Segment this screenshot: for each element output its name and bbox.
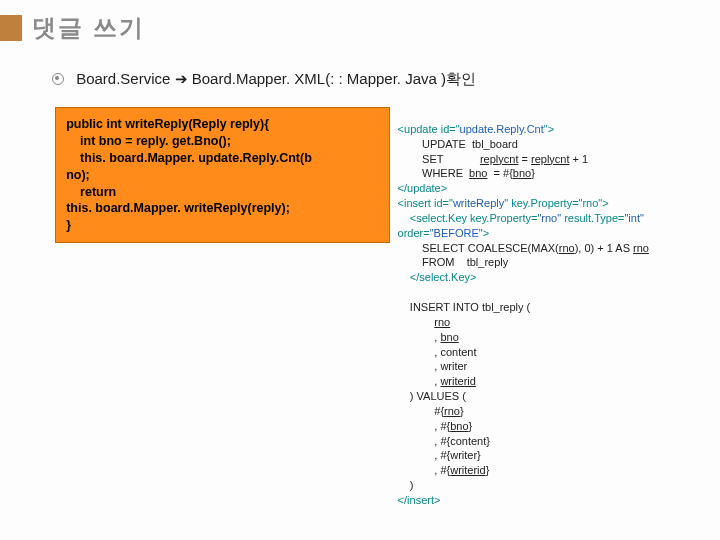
xml-l4a: WHERE	[398, 167, 470, 179]
xml-l21a: , #{	[398, 420, 451, 432]
topline-b: Board.Mapper. XML(: : Mapper. Java )확인	[188, 70, 476, 87]
xml-l4c: = #{	[487, 167, 512, 179]
xml-l19: ) VALUES (	[398, 390, 466, 402]
xml-l23: , #{writer}	[398, 449, 481, 461]
xml-l7d: "int"	[624, 212, 643, 224]
xml-l24b: writerid	[450, 464, 485, 476]
xml-l1b: update.Reply.Cnt	[460, 123, 544, 135]
xml-l25: )	[398, 479, 414, 491]
xml-l6c: " key.Property="rno">	[504, 197, 608, 209]
xml-l7c: result.Type=	[561, 212, 624, 224]
xml-l3e: + 1	[570, 153, 589, 165]
xml-l21c: }	[469, 420, 473, 432]
topline-a: Board.Service	[76, 70, 174, 87]
xml-l4b: bno	[469, 167, 487, 179]
xml-l1a: <update id="	[398, 123, 460, 135]
xml-l15a: ,	[398, 331, 441, 343]
xml-l20c: }	[460, 405, 464, 417]
xml-l18b: writerid	[440, 375, 475, 387]
xml-l8b: "BEFORE"	[430, 227, 483, 239]
xml-l24a: , #{	[398, 464, 451, 476]
xml-l4e: }	[531, 167, 535, 179]
xml-l4d: bno	[513, 167, 531, 179]
xml-l8c: >	[483, 227, 489, 239]
xml-l7a: <select.Key key.Property=	[398, 212, 538, 224]
xml-l26: </insert>	[398, 494, 441, 506]
xml-l14b: rno	[434, 316, 450, 328]
xml-l9d: rno	[633, 242, 649, 254]
xml-l3a: SET	[398, 153, 480, 165]
code-row: public int writeReply(Reply reply){ int …	[22, 107, 710, 523]
xml-l3d: replycnt	[531, 153, 570, 165]
xml-l9a: SELECT COALESCE(MAX(	[398, 242, 559, 254]
xml-l10: FROM tbl_reply	[398, 256, 509, 268]
java-code-box: public int writeReply(Reply reply){ int …	[55, 107, 389, 243]
xml-l3b: replycnt	[480, 153, 519, 165]
xml-l1c: ">	[544, 123, 554, 135]
xml-l21b: bno	[450, 420, 468, 432]
xml-l16: , content	[398, 346, 477, 358]
xml-l14a	[398, 316, 435, 328]
bullet-icon	[52, 73, 64, 85]
xml-l6b: writeReply	[453, 197, 504, 209]
xml-l9c: ), 0) + 1 AS	[575, 242, 633, 254]
title-bar: 댓글 쓰기	[0, 12, 145, 44]
xml-l7b: "rno"	[537, 212, 561, 224]
xml-code-box: <update id="update.Reply.Cnt"> UPDATE tb…	[398, 107, 710, 523]
arrow-icon: ➔	[175, 70, 188, 87]
xml-l24c: }	[486, 464, 490, 476]
xml-l3c: =	[518, 153, 531, 165]
xml-l18a: ,	[398, 375, 441, 387]
slide: 댓글 쓰기 Board.Service ➔ Board.Mapper. XML(…	[0, 0, 720, 540]
slide-title: 댓글 쓰기	[32, 12, 145, 44]
xml-l6a: <insert id="	[398, 197, 453, 209]
xml-l17: , writer	[398, 360, 468, 372]
xml-l15b: bno	[440, 331, 458, 343]
top-bullet-line: Board.Service ➔ Board.Mapper. XML(: : Ma…	[52, 70, 710, 89]
xml-l2: UPDATE tbl_board	[398, 138, 518, 150]
title-accent-block	[0, 15, 22, 41]
xml-l5: </update>	[398, 182, 448, 194]
xml-l13: INSERT INTO tbl_reply (	[398, 301, 531, 313]
xml-l20b: rno	[444, 405, 460, 417]
xml-l20a: #{	[398, 405, 444, 417]
xml-l11: </select.Key>	[398, 271, 477, 283]
xml-l22: , #{content}	[398, 435, 490, 447]
xml-l8a: order=	[398, 227, 430, 239]
xml-l9b: rno	[559, 242, 575, 254]
content-area: Board.Service ➔ Board.Mapper. XML(: : Ma…	[22, 70, 710, 540]
